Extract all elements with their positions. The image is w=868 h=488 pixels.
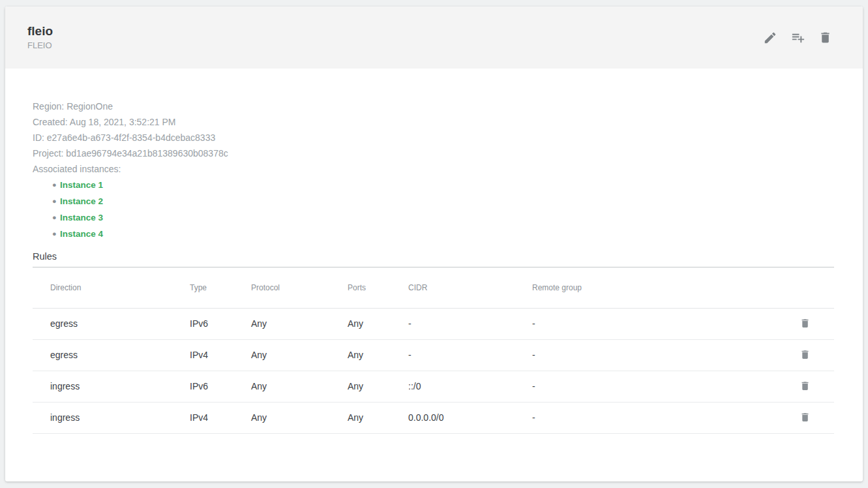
rule-protocol-cell: Any xyxy=(251,402,348,433)
trash-icon xyxy=(818,31,832,44)
rule-remote-group-cell: - xyxy=(532,308,775,339)
rule-actions-cell xyxy=(775,371,834,402)
card-body: Region: RegionOne Created: Aug 18, 2021,… xyxy=(5,69,863,434)
page-title: fleio xyxy=(27,23,53,39)
instance-list-item: ● Instance 4 xyxy=(52,226,834,242)
rules-table-header-row: Direction Type Protocol Ports CIDR Remot… xyxy=(33,267,834,308)
trash-icon xyxy=(800,318,811,329)
rule-direction-cell: egress xyxy=(33,308,190,339)
rule-actions-cell xyxy=(775,402,834,433)
instance-list: ● Instance 1 ● Instance 2 ● Instance 3 ●… xyxy=(33,177,834,242)
instance-list-item: ● Instance 2 xyxy=(52,193,834,209)
edit-button[interactable] xyxy=(762,30,778,46)
column-header-remote-group: Remote group xyxy=(532,267,775,308)
project-text: Project: bd1ae96794e34a21b81389630b08378… xyxy=(33,145,834,161)
rule-protocol-cell: Any xyxy=(251,371,348,402)
pencil-icon xyxy=(763,31,777,45)
rule-actions-cell xyxy=(775,339,834,371)
delete-group-button[interactable] xyxy=(817,30,833,46)
rule-cidr-cell: 0.0.0.0/0 xyxy=(408,402,532,433)
rule-ports-cell: Any xyxy=(348,339,408,371)
instance-link[interactable]: Instance 3 xyxy=(60,213,103,222)
instance-list-item: ● Instance 1 xyxy=(52,177,834,193)
details-section: Region: RegionOne Created: Aug 18, 2021,… xyxy=(33,99,834,242)
rule-row: egress IPv4 Any Any - - xyxy=(33,339,834,371)
bullet-icon: ● xyxy=(52,193,57,209)
playlist-add-icon xyxy=(790,30,805,45)
associated-instances-label: Associated instances: xyxy=(33,161,834,177)
security-group-card: fleio FLEIO Region: RegionOne xyxy=(5,7,863,481)
id-text: ID: e27a6e4b-a673-4f2f-8354-b4dcebac8333 xyxy=(33,130,834,145)
delete-rule-button[interactable] xyxy=(798,348,811,361)
instance-link[interactable]: Instance 4 xyxy=(60,229,103,239)
trash-icon xyxy=(800,380,811,391)
column-header-actions xyxy=(775,267,834,308)
rule-ports-cell: Any xyxy=(348,371,408,402)
column-header-type: Type xyxy=(190,267,251,308)
rule-type-cell: IPv4 xyxy=(190,339,251,371)
rule-remote-group-cell: - xyxy=(532,402,775,433)
column-header-protocol: Protocol xyxy=(251,267,348,308)
rule-direction-cell: ingress xyxy=(33,371,190,402)
instance-list-item: ● Instance 3 xyxy=(52,209,834,226)
rule-ports-cell: Any xyxy=(348,402,408,433)
rule-type-cell: IPv6 xyxy=(190,371,251,402)
add-rule-button[interactable] xyxy=(790,30,805,46)
column-header-direction: Direction xyxy=(33,267,190,308)
rule-remote-group-cell: - xyxy=(532,371,775,402)
rules-table: Direction Type Protocol Ports CIDR Remot… xyxy=(33,267,834,434)
bullet-icon: ● xyxy=(52,226,57,241)
rule-row: egress IPv6 Any Any - - xyxy=(33,308,834,339)
rule-cidr-cell: - xyxy=(408,339,532,371)
header-actions xyxy=(762,30,833,46)
delete-rule-button[interactable] xyxy=(798,410,811,423)
rule-remote-group-cell: - xyxy=(532,339,775,371)
rules-heading: Rules xyxy=(33,249,834,264)
created-text: Created: Aug 18, 2021, 3:52:21 PM xyxy=(33,114,834,130)
delete-rule-button[interactable] xyxy=(798,316,811,329)
rule-direction-cell: egress xyxy=(33,339,190,371)
bullet-icon: ● xyxy=(52,209,57,225)
region-text: Region: RegionOne xyxy=(33,99,834,114)
rule-protocol-cell: Any xyxy=(251,308,348,339)
rule-cidr-cell: - xyxy=(408,308,532,339)
rule-cidr-cell: ::/0 xyxy=(408,371,532,402)
instance-link[interactable]: Instance 1 xyxy=(60,180,103,190)
page-subtitle: FLEIO xyxy=(27,40,53,52)
bullet-icon: ● xyxy=(52,177,57,192)
column-header-cidr: CIDR xyxy=(408,267,532,308)
rule-row: ingress IPv6 Any Any ::/0 - xyxy=(33,371,834,402)
header-titles: fleio FLEIO xyxy=(27,23,53,52)
card-header: fleio FLEIO xyxy=(5,7,863,69)
rule-ports-cell: Any xyxy=(348,308,408,339)
delete-rule-button[interactable] xyxy=(798,379,811,392)
rule-type-cell: IPv6 xyxy=(190,308,251,339)
instance-link[interactable]: Instance 2 xyxy=(60,196,103,206)
rule-actions-cell xyxy=(775,308,834,339)
rule-direction-cell: ingress xyxy=(33,402,190,433)
trash-icon xyxy=(800,412,811,423)
rule-type-cell: IPv4 xyxy=(190,402,251,433)
trash-icon xyxy=(800,349,811,360)
column-header-ports: Ports xyxy=(348,267,408,308)
rule-protocol-cell: Any xyxy=(251,339,348,371)
rule-row: ingress IPv4 Any Any 0.0.0.0/0 - xyxy=(33,402,834,433)
